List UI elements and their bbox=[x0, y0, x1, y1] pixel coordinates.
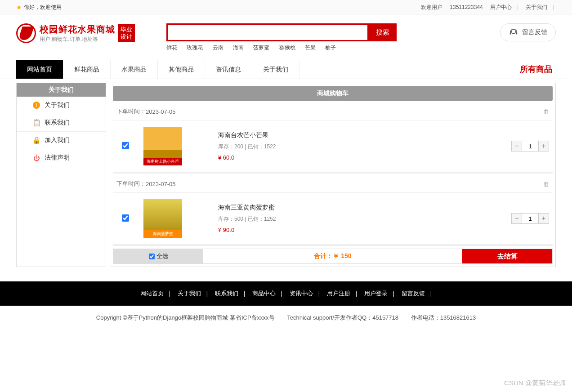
hot-tags: 鲜花 玫瑰花 云南 海南 菠萝蜜 猕猴桃 芒果 柚子 bbox=[166, 44, 469, 52]
nav-flower[interactable]: 鲜花商品 bbox=[63, 60, 111, 79]
qty-input[interactable] bbox=[522, 213, 538, 224]
footer-link[interactable]: 网站首页 bbox=[138, 290, 166, 297]
all-products-link[interactable]: 所有商品 bbox=[520, 60, 556, 79]
svg-point-0 bbox=[511, 30, 515, 34]
sidebar-item-about[interactable]: i关于我们 bbox=[17, 97, 106, 114]
top-right: 欢迎用户 13511223344 用户中心 关于我们 bbox=[419, 0, 556, 14]
footer-link[interactable]: 用户注册 bbox=[324, 290, 353, 297]
time-value: 2023-07-05 bbox=[146, 108, 176, 115]
sidebar-title: 关于我们 bbox=[17, 83, 106, 97]
time-value: 2023-07-05 bbox=[146, 181, 176, 187]
time-label: 下单时间： bbox=[116, 180, 146, 188]
tag-item[interactable]: 猕猴桃 bbox=[279, 45, 295, 51]
product-name[interactable]: 海南三亚黄肉菠萝蜜 bbox=[218, 204, 502, 212]
cart-summary: 全选 合计：￥ 150 去结算 bbox=[113, 249, 553, 264]
cart-panel: 商城购物车 下单时间： 2023-07-05 🗑 海南树上熟小台芒 海南台农芒小… bbox=[110, 83, 556, 267]
footer-link[interactable]: 留言反馈 bbox=[399, 290, 428, 297]
item-checkbox[interactable] bbox=[122, 214, 129, 222]
tag-item[interactable]: 海南 bbox=[233, 45, 244, 51]
copyright: Copyright ©基于Python的Django框架校园购物商城 某省ICP… bbox=[0, 306, 572, 340]
nav-news[interactable]: 资讯信息 bbox=[205, 60, 252, 79]
sidebar-item-contact[interactable]: 📋联系我们 bbox=[17, 114, 106, 132]
product-price: ¥ 60.0 bbox=[218, 154, 502, 161]
product-thumb[interactable]: 海南菠萝蜜 bbox=[143, 199, 182, 238]
logo-badge: 毕业 设计 bbox=[118, 24, 135, 42]
top-bar: ★ 你好，欢迎使用 欢迎用户 13511223344 用户中心 关于我们 bbox=[0, 0, 572, 14]
footer-link[interactable]: 资讯中心 bbox=[287, 290, 316, 297]
footer-link[interactable]: 商品中心 bbox=[250, 290, 278, 297]
product-meta: 库存：200 | 已销：1522 bbox=[218, 143, 502, 151]
qty-minus-button[interactable]: − bbox=[511, 141, 522, 151]
feedback-label: 留言反馈 bbox=[522, 28, 547, 36]
logo-subtitle: 用户.购物车.订单.地址等 bbox=[40, 36, 115, 43]
qty-input[interactable] bbox=[522, 141, 538, 151]
user-center-link[interactable]: 用户中心 bbox=[488, 0, 520, 14]
cart-item: 海南树上熟小台芒 海南台农芒小芒果 库存：200 | 已销：1522 ¥ 60.… bbox=[113, 120, 553, 174]
search-block: 搜索 鲜花 玫瑰花 云南 海南 菠萝蜜 猕猴桃 芒果 柚子 bbox=[166, 23, 469, 52]
svg-rect-1 bbox=[510, 32, 511, 35]
feedback-button[interactable]: 留言反馈 bbox=[500, 23, 556, 41]
tag-item[interactable]: 鲜花 bbox=[166, 45, 177, 51]
star-icon: ★ bbox=[16, 0, 22, 14]
user-label: 欢迎用户 bbox=[419, 0, 444, 14]
top-left: ★ 你好，欢迎使用 bbox=[16, 0, 62, 14]
user-phone[interactable]: 13511223344 bbox=[448, 0, 484, 14]
footer-nav: 网站首页| 关于我们| 联系我们| 商品中心| 资讯中心| 用户注册| 用户登录… bbox=[0, 281, 572, 306]
svg-rect-2 bbox=[516, 32, 518, 35]
header: 校园鲜花水果商城 用户.购物车.订单.地址等 毕业 设计 搜索 鲜花 玫瑰花 云… bbox=[0, 14, 572, 52]
order-time-row: 下单时间： 2023-07-05 🗑 bbox=[113, 101, 553, 120]
qty-minus-button[interactable]: − bbox=[511, 213, 522, 224]
qty-plus-button[interactable]: + bbox=[538, 213, 549, 224]
product-name[interactable]: 海南台农芒小芒果 bbox=[218, 131, 502, 139]
tag-item[interactable]: 柚子 bbox=[325, 45, 336, 51]
total-amount: 合计：￥ 150 bbox=[203, 249, 462, 263]
nav-home[interactable]: 网站首页 bbox=[16, 60, 63, 79]
product-thumb[interactable]: 海南树上熟小台芒 bbox=[143, 127, 182, 165]
sidebar-item-join[interactable]: 🔒加入我们 bbox=[17, 132, 106, 149]
welcome-text: 你好，欢迎使用 bbox=[24, 0, 62, 14]
logo-icon bbox=[16, 23, 36, 43]
order-time-row: 下单时间： 2023-07-05 🗑 bbox=[113, 174, 553, 193]
checkout-button[interactable]: 去结算 bbox=[462, 249, 552, 263]
tag-item[interactable]: 菠萝蜜 bbox=[253, 45, 269, 51]
search-input[interactable] bbox=[166, 23, 369, 41]
qty-plus-button[interactable]: + bbox=[538, 141, 549, 151]
main-nav: 网站首页 鲜花商品 水果商品 其他商品 资讯信息 关于我们 所有商品 bbox=[0, 60, 572, 79]
logo-block[interactable]: 校园鲜花水果商城 用户.购物车.订单.地址等 毕业 设计 bbox=[16, 23, 135, 43]
clipboard-icon: 📋 bbox=[33, 119, 40, 126]
info-icon: i bbox=[33, 102, 40, 109]
sidebar: 关于我们 i关于我们 📋联系我们 🔒加入我们 ⏻法律声明 bbox=[16, 83, 106, 267]
quantity-stepper: − + bbox=[511, 141, 549, 151]
select-all-checkbox[interactable] bbox=[149, 254, 155, 259]
footer-link[interactable]: 关于我们 bbox=[175, 290, 204, 297]
product-meta: 库存：500 | 已销：1252 bbox=[218, 215, 502, 223]
tag-item[interactable]: 云南 bbox=[213, 45, 223, 51]
cart-title: 商城购物车 bbox=[113, 86, 553, 101]
about-link[interactable]: 关于我们 bbox=[524, 0, 556, 14]
delete-icon[interactable]: 🗑 bbox=[543, 181, 549, 187]
nav-about[interactable]: 关于我们 bbox=[252, 60, 299, 79]
delete-icon[interactable]: 🗑 bbox=[543, 108, 549, 115]
lock-icon: 🔒 bbox=[33, 137, 40, 144]
cart-item: 海南菠萝蜜 海南三亚黄肉菠萝蜜 库存：500 | 已销：1252 ¥ 90.0 … bbox=[113, 193, 553, 246]
time-label: 下单时间： bbox=[116, 107, 146, 116]
tag-item[interactable]: 玫瑰花 bbox=[187, 45, 203, 51]
tag-item[interactable]: 芒果 bbox=[305, 45, 316, 51]
footer-link[interactable]: 用户登录 bbox=[362, 290, 390, 297]
footer-link[interactable]: 联系我们 bbox=[212, 290, 241, 297]
main-content: 关于我们 i关于我们 📋联系我们 🔒加入我们 ⏻法律声明 商城购物车 下单时间：… bbox=[0, 79, 572, 276]
headset-icon bbox=[509, 27, 518, 37]
nav-fruit[interactable]: 水果商品 bbox=[111, 60, 158, 79]
product-price: ¥ 90.0 bbox=[218, 227, 502, 233]
select-all[interactable]: 全选 bbox=[113, 249, 203, 263]
item-checkbox[interactable] bbox=[122, 142, 129, 149]
power-icon: ⏻ bbox=[33, 154, 40, 161]
quantity-stepper: − + bbox=[511, 213, 549, 224]
sidebar-item-legal[interactable]: ⏻法律声明 bbox=[17, 149, 106, 166]
search-button[interactable]: 搜索 bbox=[369, 23, 397, 41]
nav-other[interactable]: 其他商品 bbox=[158, 60, 205, 79]
logo-title: 校园鲜花水果商城 bbox=[40, 23, 115, 36]
